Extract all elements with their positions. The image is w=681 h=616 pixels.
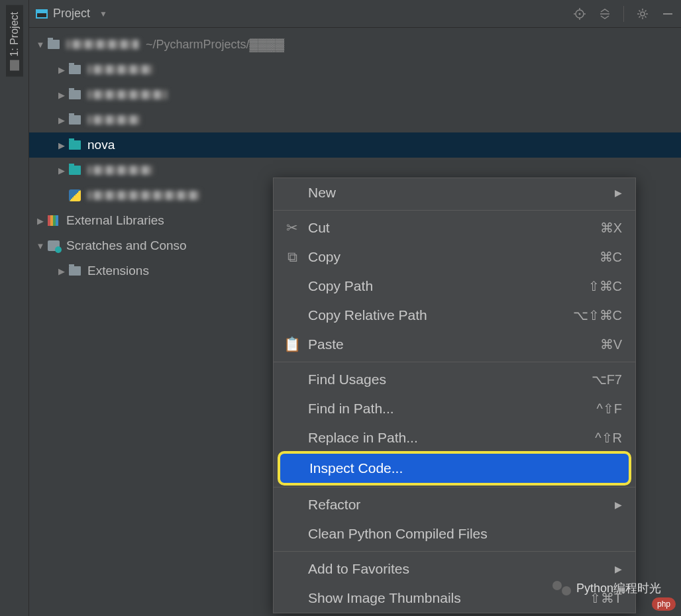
wechat-icon xyxy=(552,581,571,595)
tree-item[interactable] xyxy=(29,107,681,132)
chevron-right-icon: ▶ xyxy=(615,187,622,198)
tree-label: Scratches and Conso xyxy=(66,238,187,253)
menu-shortcut: ⌘C xyxy=(600,249,622,265)
menu-add-favorites[interactable]: Add to Favorites ▶ xyxy=(274,554,635,584)
folder-icon xyxy=(69,65,81,74)
tree-label-blurred xyxy=(87,65,154,74)
expand-arrow-icon[interactable] xyxy=(57,140,66,150)
menu-separator xyxy=(274,551,635,552)
menu-shortcut: ^⇧R xyxy=(595,430,622,446)
menu-inspect-code[interactable]: Inspect Code... xyxy=(278,451,631,486)
project-view-icon xyxy=(36,9,48,19)
tree-label-blurred xyxy=(87,166,154,175)
folder-icon xyxy=(69,266,81,276)
tree-label: External Libraries xyxy=(66,213,164,228)
menu-replace-in-path[interactable]: Replace in Path... ^⇧R xyxy=(274,423,635,452)
divider xyxy=(623,6,624,22)
expand-arrow-icon[interactable] xyxy=(57,166,66,176)
menu-find-usages[interactable]: Find Usages ⌥F7 xyxy=(274,365,635,394)
expand-arrow-icon[interactable] xyxy=(36,216,45,226)
expand-arrow-icon[interactable] xyxy=(57,115,66,125)
menu-refactor[interactable]: Refactor ▶ xyxy=(274,490,635,519)
tree-item[interactable] xyxy=(29,57,681,82)
menu-label: Copy xyxy=(308,249,340,265)
libraries-icon xyxy=(48,215,60,226)
minimize-icon[interactable] xyxy=(661,7,674,21)
tree-label-blurred xyxy=(87,90,167,99)
folder-icon xyxy=(48,40,60,49)
svg-point-1 xyxy=(579,13,581,15)
menu-label: Replace in Path... xyxy=(308,430,418,446)
menu-label: Copy Relative Path xyxy=(308,307,427,323)
expand-arrow-icon[interactable] xyxy=(57,266,66,276)
copy-icon: ⧉ xyxy=(286,250,299,264)
menu-clean-python[interactable]: Clean Python Compiled Files xyxy=(274,519,635,548)
collapse-all-icon[interactable] xyxy=(598,7,611,21)
tree-item-nova[interactable]: nova xyxy=(29,132,681,158)
locate-icon[interactable] xyxy=(573,7,586,21)
watermark: Python编程时光 xyxy=(552,580,661,596)
menu-copy-relative-path[interactable]: Copy Relative Path ⌥⇧⌘C xyxy=(274,301,635,330)
svg-rect-8 xyxy=(663,13,672,15)
expand-arrow-icon[interactable] xyxy=(57,90,66,100)
menu-separator xyxy=(274,487,635,488)
menu-label: Cut xyxy=(308,220,330,236)
gear-icon[interactable] xyxy=(636,7,649,21)
project-tree[interactable]: ~/PycharmProjects/▓▓▓▓ nova xyxy=(29,28,681,616)
folder-icon xyxy=(69,90,81,99)
tree-label-blurred xyxy=(87,191,200,200)
menu-cut[interactable]: ✂ Cut ⌘X xyxy=(274,213,635,242)
folder-icon xyxy=(69,140,81,150)
scissors-icon: ✂ xyxy=(286,221,299,234)
menu-shortcut: ⇧⌘C xyxy=(588,278,622,294)
chevron-down-icon[interactable]: ▼ xyxy=(99,9,107,19)
toolbar-left[interactable]: Project ▼ xyxy=(36,7,107,21)
menu-label: Show Image Thumbnails xyxy=(308,590,461,606)
menu-new[interactable]: New ▶ xyxy=(274,178,635,207)
clipboard-icon: 📋 xyxy=(286,338,299,351)
tree-item[interactable] xyxy=(29,82,681,107)
menu-shortcut: ⌘V xyxy=(600,336,622,352)
main-panel: Project ▼ ~/PycharmProjects/▓▓▓▓ xyxy=(29,0,681,616)
menu-separator xyxy=(274,362,635,362)
menu-separator xyxy=(274,210,635,211)
tree-path: ~/PycharmProjects/▓▓▓▓ xyxy=(146,38,284,52)
menu-paste[interactable]: 📋 Paste ⌘V xyxy=(274,330,635,359)
menu-label: Add to Favorites xyxy=(308,561,409,577)
menu-label: Clean Python Compiled Files xyxy=(308,526,488,542)
folder-icon xyxy=(69,115,81,125)
python-file-icon xyxy=(69,189,81,201)
side-tab-bar: 1: Project xyxy=(0,0,29,616)
expand-arrow-icon[interactable] xyxy=(57,65,66,75)
menu-label: Copy Path xyxy=(308,278,373,294)
scratches-icon xyxy=(48,240,60,251)
php-badge: php xyxy=(652,597,676,611)
tree-root[interactable]: ~/PycharmProjects/▓▓▓▓ xyxy=(29,32,681,57)
toolbar-title: Project xyxy=(53,7,90,21)
side-tab-label: 1: Project xyxy=(9,12,21,57)
expand-arrow-icon[interactable] xyxy=(36,40,45,50)
menu-label: Find in Path... xyxy=(308,401,394,417)
folder-icon xyxy=(69,166,81,175)
svg-point-7 xyxy=(641,12,645,16)
context-menu: New ▶ ✂ Cut ⌘X ⧉ Copy ⌘C Copy Path ⇧⌘C xyxy=(273,178,636,613)
tree-label: Extensions xyxy=(87,264,149,278)
menu-label: Refactor xyxy=(308,497,360,513)
project-toolbar: Project ▼ xyxy=(29,0,681,28)
menu-label: Paste xyxy=(308,336,344,352)
menu-shortcut: ^⇧F xyxy=(596,401,622,417)
menu-shortcut: ⌘X xyxy=(600,220,622,236)
menu-find-in-path[interactable]: Find in Path... ^⇧F xyxy=(274,394,635,423)
menu-copy-path[interactable]: Copy Path ⇧⌘C xyxy=(274,272,635,301)
watermark-text: Python编程时光 xyxy=(576,580,661,596)
menu-label: Find Usages xyxy=(308,372,386,387)
expand-arrow-icon[interactable] xyxy=(36,241,45,251)
side-tab-project[interactable]: 1: Project xyxy=(6,5,23,77)
tree-label-blurred xyxy=(87,115,140,125)
menu-shortcut: ⌥F7 xyxy=(592,372,622,387)
menu-copy[interactable]: ⧉ Copy ⌘C xyxy=(274,242,635,272)
menu-label: New xyxy=(308,185,336,201)
menu-shortcut: ⌥⇧⌘C xyxy=(573,307,622,323)
tree-label-blurred xyxy=(66,40,139,49)
chevron-right-icon: ▶ xyxy=(615,499,622,510)
